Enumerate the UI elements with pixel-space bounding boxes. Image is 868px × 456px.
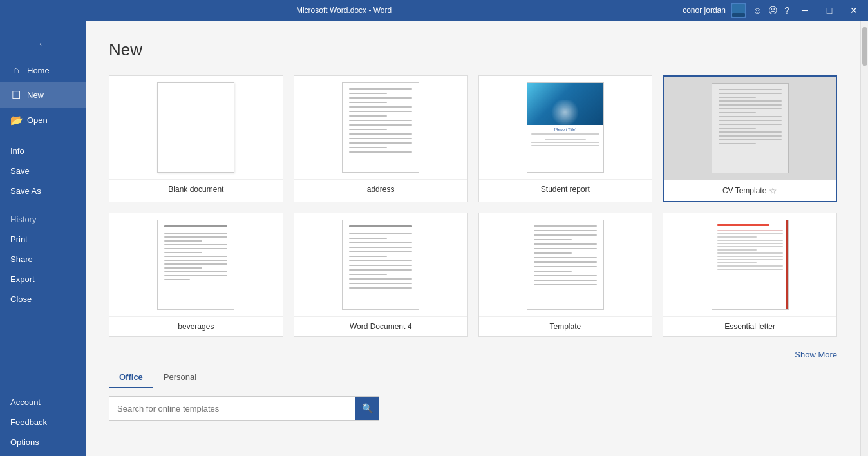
doc-line (164, 252, 202, 253)
open-icon: 📂 (10, 114, 22, 126)
doc-line (534, 230, 597, 231)
bev-doc-preview (157, 220, 234, 310)
doc-line (164, 248, 227, 249)
doc-line (719, 116, 782, 117)
cv-label-row: CV Template ☆ (668, 185, 832, 196)
titlebar: Microsoft Word.docx - Word conor jordan … (0, 0, 868, 21)
template-card-beverages[interactable]: beverages (109, 213, 283, 337)
star-icon[interactable]: ☆ (769, 185, 777, 196)
sidebar-item-account[interactable]: Account (0, 392, 86, 412)
sidebar-open-label: Open (27, 115, 48, 125)
sidebar-item-open[interactable]: 📂 Open (0, 108, 86, 133)
doc-line (717, 249, 757, 251)
sidebar-item-close[interactable]: Close (0, 289, 86, 309)
tab-office[interactable]: Office (109, 367, 153, 388)
doc-line (164, 279, 189, 280)
sidebar-options-label: Options (10, 437, 39, 447)
scrollbar[interactable] (860, 21, 868, 456)
sidebar-item-info[interactable]: Info (0, 141, 86, 161)
minimize-button[interactable]: ─ (796, 1, 814, 19)
sidebar-item-home[interactable]: ⌂ Home (0, 58, 86, 82)
doc-line (164, 244, 227, 245)
thumbnail-address (294, 76, 467, 179)
sidebar-item-new[interactable]: ☐ New (0, 82, 86, 108)
doc-line (534, 257, 597, 258)
frown-button[interactable]: ☹ (768, 5, 778, 15)
search-box: 🔍 (109, 396, 379, 421)
close-button[interactable]: ✕ (845, 1, 863, 19)
sidebar-item-share[interactable]: Share (0, 249, 86, 269)
tab-personal[interactable]: Personal (153, 367, 207, 388)
doc-line (349, 133, 412, 135)
template-card-word4[interactable]: Word Document 4 (294, 213, 468, 337)
main-content: New Blank document (86, 21, 860, 456)
thumbnail-report: [Report Title] (479, 76, 652, 179)
back-button[interactable]: ← (33, 33, 53, 54)
tabs-row: Office Personal (109, 367, 837, 388)
scrollbar-thumb[interactable] (862, 27, 867, 66)
doc-line (719, 135, 782, 137)
template-card-template[interactable]: Template (478, 213, 653, 337)
sidebar-top: ← ⌂ Home ☐ New 📂 Open Info (0, 21, 86, 388)
sidebar-print-label: Print (10, 234, 28, 244)
thumbnail-cv (664, 77, 836, 180)
template-card-letter[interactable]: Essential letter (663, 213, 837, 337)
cv-doc-preview (712, 83, 789, 173)
doc-line (349, 278, 412, 280)
search-row: 🔍 (109, 396, 837, 421)
show-more-button[interactable]: Show More (795, 350, 837, 359)
sidebar-item-save[interactable]: Save (0, 161, 86, 181)
report-line (531, 137, 599, 138)
doc-line (534, 271, 572, 272)
doc-line (349, 129, 387, 130)
help-button[interactable]: ? (784, 5, 789, 15)
doc-line (349, 242, 412, 243)
sidebar-divider-2 (10, 205, 75, 205)
sidebar-item-save-as[interactable]: Save As (0, 181, 86, 201)
svg-rect-2 (732, 13, 745, 17)
show-more-row: Show More (109, 350, 837, 359)
report-content: [Report Title] (527, 125, 603, 172)
doc-line (164, 225, 227, 227)
sidebar-item-feedback[interactable]: Feedback (0, 412, 86, 432)
doc-line (349, 274, 387, 275)
search-input[interactable] (109, 399, 355, 419)
doc-line (164, 233, 227, 234)
report-line (531, 142, 599, 144)
doc-line (534, 252, 572, 254)
sidebar-account-label: Account (10, 397, 41, 407)
window-title: Microsoft Word.docx - Word (5, 6, 683, 15)
doc-line (719, 89, 782, 90)
doc-line (349, 111, 412, 112)
sidebar-item-history[interactable]: History (0, 209, 86, 229)
sidebar-save-label: Save (10, 166, 30, 176)
smile-button[interactable]: ☺ (753, 5, 762, 15)
sidebar: ← ⌂ Home ☐ New 📂 Open Info (0, 21, 86, 456)
template-card-cv[interactable]: CV Template ☆ (663, 75, 837, 202)
doc-line (164, 260, 227, 261)
search-button[interactable]: 🔍 (355, 397, 379, 420)
doc-line (719, 93, 782, 94)
template-doc-preview (527, 220, 604, 310)
maximize-button[interactable]: □ (820, 1, 838, 19)
thumbnail-template (479, 213, 652, 316)
sidebar-share-label: Share (10, 254, 33, 264)
doc-line (164, 240, 202, 242)
doc-line (349, 265, 412, 266)
doc-line (534, 261, 597, 263)
sidebar-item-options[interactable]: Options (0, 432, 86, 452)
report-title-text: [Report Title] (554, 128, 576, 131)
doc-line (719, 100, 782, 102)
doc-line (349, 287, 412, 289)
user-avatar[interactable] (731, 3, 746, 18)
sidebar-item-export[interactable]: Export (0, 269, 86, 289)
doc-line (349, 97, 412, 99)
doc-line (534, 266, 597, 267)
sidebar-item-print[interactable]: Print (0, 229, 86, 249)
template-card-report[interactable]: [Report Title] Student report (478, 75, 653, 202)
doc-line (349, 124, 412, 126)
template-card-blank[interactable]: Blank document (109, 75, 283, 202)
doc-line (534, 239, 572, 240)
template-card-address[interactable]: address (294, 75, 468, 202)
doc-line (717, 246, 783, 247)
